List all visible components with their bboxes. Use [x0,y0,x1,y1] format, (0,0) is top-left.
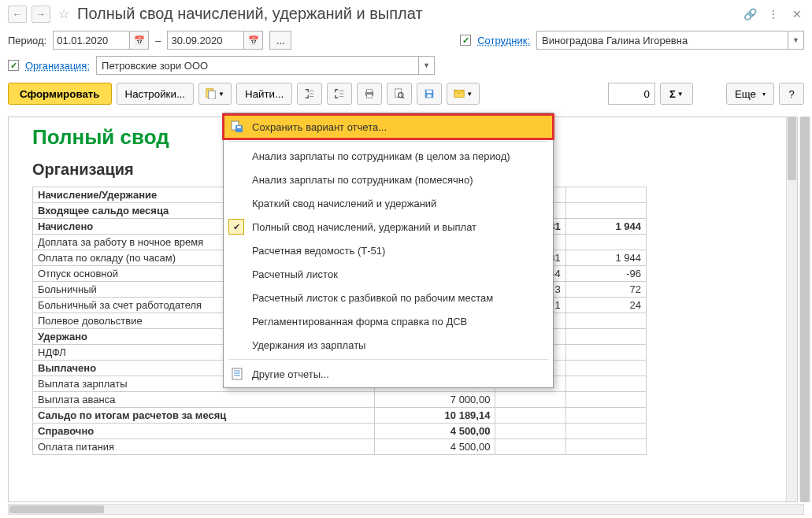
favorite-star-icon[interactable]: ☆ [55,6,72,23]
menu-item[interactable]: Анализ зарплаты по сотрудникам (в целом … [224,144,553,168]
date-to-calendar-icon[interactable]: 📅 [244,31,263,50]
save-button[interactable] [417,83,442,105]
print-button[interactable] [357,83,382,105]
menu-item[interactable]: Анализ зарплаты по сотрудникам (помесячн… [224,168,553,191]
table-row: Выплата аванса7 000,00 [33,392,647,408]
menu-other-reports[interactable]: Другие отчеты... [224,362,553,386]
more-button[interactable]: Еще▾ [726,83,774,105]
sigma-dropdown-button[interactable]: Σ▼ [660,83,693,105]
chevron-down-icon[interactable]: ▼ [418,57,434,74]
email-dropdown-button[interactable]: ▼ [447,83,480,105]
menu-item[interactable]: Расчетный листок [224,262,553,286]
tree-toggle[interactable]: − [8,364,9,375]
table-row: Оплата питания4 500,00 [33,439,647,455]
page-number-input[interactable] [608,83,655,105]
employee-combo[interactable]: Виноградова Галина Игоревна ▼ [536,31,804,50]
menu-item[interactable]: Расчетный листок с разбивкой по рабочим … [224,286,553,309]
tree-toggle[interactable]: − [8,411,9,421]
report-list-icon [230,367,244,381]
form-report-button[interactable]: Сформировать [8,83,112,105]
preview-button[interactable] [387,83,412,105]
chevron-down-icon[interactable]: ▼ [788,31,803,49]
date-from-calendar-icon[interactable]: 📅 [130,31,149,50]
check-icon: ✔ [228,219,244,235]
report-variant-dropdown-button[interactable]: ▼ [198,83,232,105]
nav-back-button[interactable]: ← [8,6,27,23]
date-to-input[interactable]: 30.09.2020 [167,31,244,50]
report-hscrollbar[interactable] [8,504,804,515]
org-checkbox[interactable]: ✓ [8,60,19,71]
collapse-groups-button[interactable] [327,83,352,105]
svg-line-7 [402,97,404,98]
tree-toggle[interactable]: − [8,231,9,241]
expand-groups-button[interactable] [297,83,322,105]
svg-rect-9 [427,91,432,94]
svg-rect-4 [367,94,373,98]
svg-rect-1 [209,91,216,100]
table-row: Сальдо по итогам расчетов за месяц10 189… [33,408,647,424]
outer-vscrollbar[interactable] [799,117,810,502]
period-label: Период: [8,35,46,46]
period-picker-button[interactable]: ... [269,31,291,50]
report-variant-menu: Сохранить вариант отчета... Анализ зарпл… [223,113,554,388]
nav-forward-button[interactable]: → [32,6,50,23]
close-icon[interactable]: ✕ [790,7,804,21]
svg-rect-3 [367,90,373,93]
menu-item[interactable]: Краткий свод начислений и удержаний [224,191,553,215]
svg-rect-10 [428,94,432,98]
svg-rect-14 [237,126,241,128]
report-vscrollbar[interactable] [786,117,797,501]
table-row: Справочно4 500,00 [33,424,647,439]
settings-button[interactable]: Настройки... [117,83,194,105]
menu-item-checked[interactable]: ✔ Полный свод начислений, удержаний и вы… [224,215,553,239]
org-label[interactable]: Организация: [25,60,90,72]
menu-item[interactable]: Удержания из зарплаты [224,333,553,357]
find-button[interactable]: Найти... [236,83,292,105]
org-combo[interactable]: Петровские зори ООО ▼ [96,56,435,75]
menu-item[interactable]: Расчетная ведомость (Т-51) [224,239,553,262]
tree-toggle[interactable]: − [8,334,9,344]
employee-label[interactable]: Сотрудник: [477,35,530,46]
menu-save-variant[interactable]: Сохранить вариант отчета... [224,115,553,139]
svg-rect-15 [232,368,242,379]
menu-item[interactable]: Регламентированная форма справка по ДСВ [224,309,553,333]
window-title: Полный свод начислений, удержаний и выпл… [77,5,733,23]
date-from-input[interactable]: 01.01.2020 [53,31,130,50]
employee-checkbox[interactable]: ✓ [460,35,471,46]
dash-label: – [155,35,161,46]
help-button[interactable]: ? [779,83,804,105]
link-icon[interactable]: 🔗 [743,7,757,21]
kebab-menu-icon[interactable]: ⋮ [766,7,780,21]
save-variant-icon [230,120,244,134]
